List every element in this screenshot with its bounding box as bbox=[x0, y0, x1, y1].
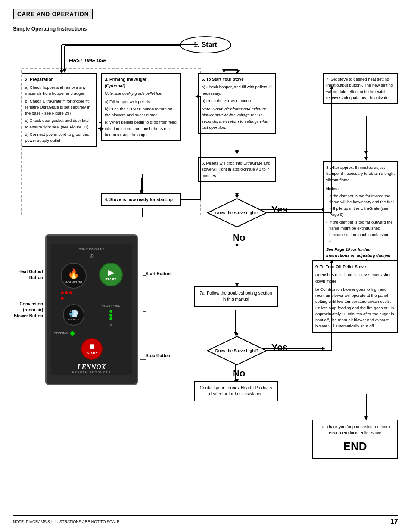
step5-box: 5. To Start Your Stove a) Check hopper, … bbox=[198, 73, 276, 134]
svg-marker-12 bbox=[235, 150, 239, 154]
page-footer: NOTE: DIAGRAMS & ILLUSTRATIONS ARE NOT T… bbox=[13, 515, 398, 526]
yes1-label: Yes bbox=[271, 204, 288, 215]
stop-button-label: Stop Button bbox=[146, 353, 180, 359]
svg-marker-37 bbox=[235, 151, 239, 155]
svg-marker-4 bbox=[63, 69, 66, 73]
svg-marker-14 bbox=[235, 193, 239, 197]
svg-marker-24 bbox=[234, 332, 237, 336]
svg-marker-18 bbox=[364, 151, 368, 155]
subtitle: Simple Operating Instructions bbox=[13, 26, 398, 32]
diamond1-wrapper: Does the Stove Light? bbox=[207, 198, 267, 228]
svg-marker-53 bbox=[364, 157, 368, 161]
step3-box: 3. Priming the Auger (Optional) Note: us… bbox=[101, 73, 181, 141]
convection-blower-label: Convection (room air) Blower Button bbox=[13, 301, 43, 319]
svg-marker-9 bbox=[140, 190, 144, 193]
end-box: 10. Thank you for purchasing a Lennox He… bbox=[312, 420, 398, 459]
heat-output-button-label: Heat Output Button bbox=[13, 269, 43, 281]
step7a-box: 7a. Follow the troubleshooting section i… bbox=[194, 286, 278, 307]
step2-box: 2. Preparation a) Check hopper and remov… bbox=[22, 73, 97, 147]
no1-label: No bbox=[233, 232, 245, 243]
step7-box: 7. Set stove to desired heat setting (he… bbox=[323, 73, 398, 104]
footer-note: NOTE: DIAGRAMS & ILLUSTRATIONS ARE NOT T… bbox=[13, 520, 119, 524]
step4-box: 4. Stove is now ready for start-up bbox=[101, 193, 181, 206]
start-button-label: Start Button bbox=[146, 271, 180, 277]
yes2-label: Yes bbox=[271, 342, 288, 353]
start-oval: 1. Start bbox=[180, 36, 231, 53]
svg-marker-26 bbox=[322, 347, 325, 350]
contact-box: Contact your Lennox Hearth Products deal… bbox=[194, 381, 278, 401]
step8-box: 8. After approx. 5 minutes adjust damper… bbox=[323, 161, 398, 274]
page-header: CARE AND OPERATION bbox=[13, 9, 93, 19]
stove-panel: COMBUSTION AIR ⊕ 🔥 HEAT OUTPUT bbox=[45, 234, 138, 385]
first-time-use-label: FIRST TIME USE bbox=[69, 58, 106, 63]
svg-marker-30 bbox=[364, 416, 368, 420]
svg-marker-22 bbox=[235, 244, 239, 247]
step9-box: 9. To Turn Off Pellet Stove a) Push 'STO… bbox=[312, 260, 398, 333]
diamond2-wrapper: Does the Stove Light? bbox=[207, 336, 267, 366]
svg-marker-1 bbox=[222, 69, 226, 73]
no2-label: No bbox=[233, 368, 245, 379]
step6-box: 6. Pellets will drop into UltraGrate and… bbox=[198, 157, 276, 182]
page-number: 17 bbox=[390, 518, 398, 526]
